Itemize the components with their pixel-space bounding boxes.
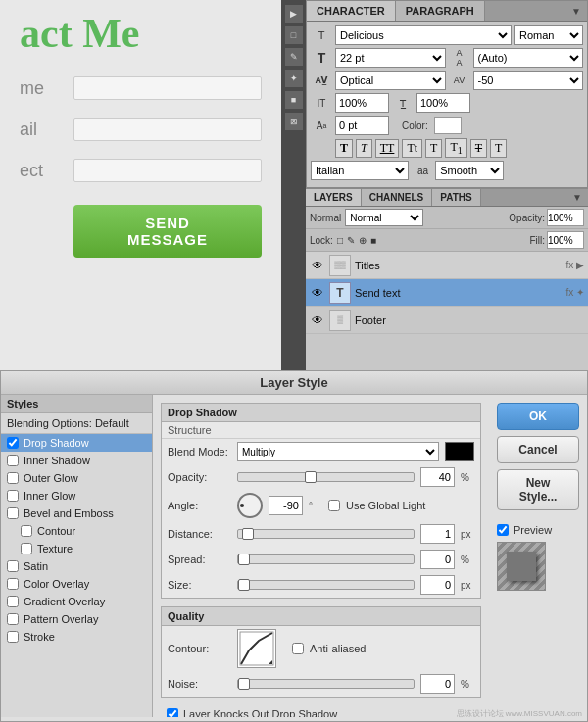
noise-value-input[interactable] (420, 674, 455, 694)
style-item-color-overlay[interactable]: Color Overlay (1, 575, 152, 593)
tool-stamp[interactable]: ■ (285, 91, 303, 109)
layer-visibility-footer[interactable]: 👁 (310, 313, 325, 328)
leading-select[interactable]: (Auto) (473, 48, 584, 68)
noise-thumb[interactable] (238, 678, 250, 690)
subscript-btn[interactable]: T1 (445, 138, 466, 158)
drop-shadow-color-swatch[interactable] (445, 442, 474, 461)
angle-dial[interactable] (237, 493, 263, 518)
size-slider[interactable] (237, 580, 415, 590)
layers-collapse-btn[interactable]: ▼ (566, 190, 588, 205)
superscript-btn[interactable]: T (470, 139, 487, 158)
send-button[interactable]: SEND MESSAGE (74, 205, 262, 258)
layer-row-footer[interactable]: 👁 ▒ Footer (306, 307, 588, 334)
italic-btn[interactable]: T (356, 139, 372, 158)
baseline-shift-input[interactable] (335, 116, 389, 135)
style-item-gradient-overlay[interactable]: Gradient Overlay (1, 593, 152, 610)
style-item-outer-glow[interactable]: Outer Glow (1, 469, 152, 487)
faux-small-caps-btn[interactable]: Tt (402, 139, 422, 158)
inner-glow-checkbox[interactable] (7, 490, 19, 502)
ok-button[interactable]: OK (497, 403, 579, 430)
style-item-pattern-overlay[interactable]: Pattern Overlay (1, 610, 152, 628)
noise-slider[interactable] (237, 679, 415, 689)
size-thumb[interactable] (238, 579, 250, 591)
kerning-select[interactable]: -50 (473, 71, 584, 90)
spread-value-input[interactable] (420, 550, 455, 569)
lock-image-btn[interactable]: ✎ (347, 235, 355, 246)
bevel-emboss-checkbox[interactable] (7, 507, 19, 519)
contour-preview[interactable] (237, 629, 276, 668)
tracking-select[interactable]: Optical (335, 71, 446, 90)
style-item-drop-shadow[interactable]: Drop Shadow (1, 434, 152, 452)
horizontal-scale-input[interactable] (416, 93, 470, 113)
tab-layers[interactable]: LAYERS (306, 189, 362, 206)
all-caps-btn[interactable]: T (425, 139, 442, 158)
bold-btn[interactable]: T (335, 139, 353, 158)
font-size-select[interactable]: 22 pt (335, 48, 446, 68)
style-item-satin[interactable]: Satin (1, 557, 152, 575)
gradient-overlay-checkbox[interactable] (7, 596, 19, 607)
subject-input[interactable] (74, 159, 262, 182)
distance-slider[interactable] (237, 529, 415, 539)
tool-eyedropper[interactable]: ✎ (285, 48, 303, 66)
tab-channels[interactable]: CHANNELS (362, 189, 433, 206)
text-color-swatch[interactable] (434, 117, 462, 134)
angle-value-input[interactable] (269, 496, 303, 515)
lock-transparent-btn[interactable]: □ (337, 235, 343, 246)
outer-glow-checkbox[interactable] (7, 472, 19, 484)
style-item-bevel-emboss[interactable]: Bevel and Emboss (1, 505, 152, 522)
antialiasing-select[interactable]: Smooth (435, 161, 504, 180)
email-input[interactable] (74, 118, 262, 141)
strikethrough-btn[interactable]: T (490, 139, 507, 158)
language-select[interactable]: Italian (311, 161, 409, 180)
tool-brush[interactable]: ✦ (285, 70, 303, 87)
texture-checkbox[interactable] (21, 543, 32, 554)
layer-knocks-checkbox[interactable] (167, 708, 178, 717)
layer-row-send-text[interactable]: 👁 T Send text fx ✦ (306, 279, 588, 307)
fill-input[interactable] (547, 231, 584, 249)
layer-visibility-send-text[interactable]: 👁 (310, 285, 325, 301)
blending-options-item[interactable]: Blending Options: Default (1, 413, 152, 434)
contour-checkbox[interactable] (21, 525, 32, 537)
style-item-contour[interactable]: Contour (1, 522, 152, 540)
preview-checkbox[interactable] (497, 524, 509, 536)
stroke-checkbox[interactable] (7, 631, 19, 643)
drop-shadow-checkbox[interactable] (7, 437, 19, 449)
spread-thumb[interactable] (238, 554, 250, 565)
distance-thumb[interactable] (242, 528, 254, 540)
cancel-button[interactable]: Cancel (497, 436, 579, 463)
tool-eraser[interactable]: ⊠ (285, 113, 303, 130)
layer-row-titles[interactable]: 👁 ▒▒ Titles fx ▶ (306, 252, 588, 279)
vertical-scale-input[interactable] (335, 93, 389, 113)
opacity-thumb[interactable] (305, 471, 317, 483)
drop-shadow-blend-mode-select[interactable]: Multiply (237, 442, 439, 461)
name-input[interactable] (74, 76, 262, 100)
panel-collapse-btn[interactable]: ▼ (565, 4, 587, 19)
style-item-texture[interactable]: Texture (1, 540, 152, 557)
tab-character[interactable]: CHARACTER (307, 1, 396, 21)
opacity-input[interactable] (547, 209, 584, 226)
global-light-checkbox[interactable] (328, 500, 340, 511)
opacity-slider[interactable] (237, 472, 415, 482)
tab-paragraph[interactable]: PARAGRAPH (396, 1, 485, 21)
tool-slice[interactable]: □ (285, 26, 303, 44)
font-family-select[interactable]: Delicious (335, 25, 512, 45)
tab-paths[interactable]: PATHS (432, 189, 480, 206)
font-style-select[interactable]: Roman (514, 25, 583, 45)
anti-aliased-checkbox[interactable] (292, 643, 304, 654)
opacity-value-input[interactable] (420, 467, 455, 487)
inner-shadow-checkbox[interactable] (7, 455, 19, 466)
style-item-inner-shadow[interactable]: Inner Shadow (1, 452, 152, 469)
satin-checkbox[interactable] (7, 560, 19, 572)
lock-all-btn[interactable]: ■ (370, 235, 376, 246)
blend-mode-select[interactable]: Normal (345, 209, 423, 226)
tool-move[interactable]: ▶ (285, 5, 303, 23)
style-item-inner-glow[interactable]: Inner Glow (1, 487, 152, 505)
style-item-stroke[interactable]: Stroke (1, 628, 152, 646)
spread-slider[interactable] (237, 554, 415, 564)
distance-value-input[interactable] (420, 524, 455, 544)
lock-position-btn[interactable]: ⊕ (359, 235, 367, 246)
underline-btn[interactable]: TT (375, 139, 400, 158)
pattern-overlay-checkbox[interactable] (7, 613, 19, 625)
color-overlay-checkbox[interactable] (7, 578, 19, 590)
layer-visibility-titles[interactable]: 👁 (310, 258, 325, 273)
